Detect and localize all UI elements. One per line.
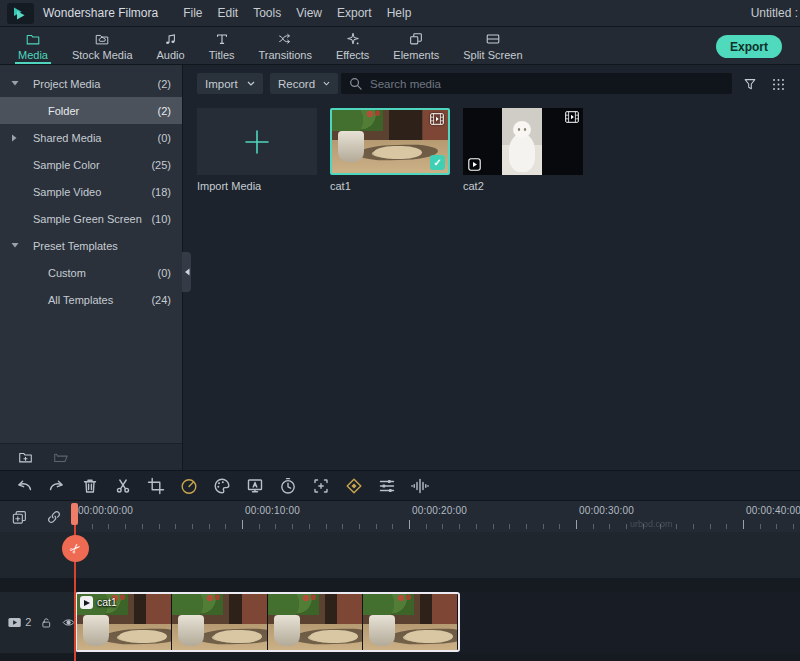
ruler-timecode: 00:00:00:00 <box>78 505 133 516</box>
keyframe-button[interactable] <box>343 475 365 497</box>
sidebar-item-preset-templates[interactable]: Preset Templates <box>0 232 182 259</box>
delete-folder-button[interactable] <box>51 448 69 466</box>
crop-button[interactable] <box>145 475 167 497</box>
denoise-button[interactable] <box>409 475 431 497</box>
timeline-header: 00:00:00:0000:00:10:0000:00:20:0000:00:3… <box>0 501 800 532</box>
tab-titles[interactable]: Titles <box>197 27 247 64</box>
menu-edit[interactable]: Edit <box>218 6 239 20</box>
ruler-timecode: 00:00:30:00 <box>579 505 634 516</box>
folder-add-icon <box>17 449 34 465</box>
sidebar-item-sample-video[interactable]: Sample Video (18) <box>0 178 182 205</box>
delete-button[interactable] <box>79 475 101 497</box>
audio-icon <box>163 31 179 47</box>
sidebar-item-sample-green-screen[interactable]: Sample Green Screen (10) <box>0 205 182 232</box>
lock-open-icon[interactable] <box>41 616 52 629</box>
chroma-button[interactable] <box>244 475 266 497</box>
selected-check-icon: ✓ <box>430 155 445 170</box>
new-folder-button[interactable] <box>16 448 34 466</box>
split-icon <box>113 476 133 496</box>
timeline-clip-cat1[interactable] <box>75 592 460 652</box>
link-icon <box>46 509 62 525</box>
clip-frame <box>172 594 267 650</box>
duplicate-plus-button[interactable] <box>10 508 28 526</box>
chevron-down-icon <box>323 81 330 86</box>
ruler-timecode: 00:00:20:00 <box>412 505 467 516</box>
sidebar-item-shared-media[interactable]: Shared Media (0) <box>0 124 182 151</box>
clip-frame <box>363 594 458 650</box>
triangle-right-icon[interactable] <box>11 134 17 142</box>
tab-audio[interactable]: Audio <box>145 27 197 64</box>
undo-icon <box>14 476 34 496</box>
menu-view[interactable]: View <box>296 6 322 20</box>
speed-button[interactable] <box>178 475 200 497</box>
playhead-handle[interactable]: ✂ <box>62 535 89 562</box>
menubar: FileEditToolsViewExportHelp <box>183 6 411 20</box>
speed-icon <box>179 476 199 496</box>
grid-view-button[interactable] <box>769 75 787 93</box>
plus-icon <box>243 128 271 156</box>
sidebar-item-folder[interactable]: Folder (2) <box>0 97 182 124</box>
export-button[interactable]: Export <box>716 35 782 58</box>
undo-button[interactable] <box>13 475 35 497</box>
sidebar-item-custom[interactable]: Custom (0) <box>0 259 182 286</box>
duration-button[interactable] <box>277 475 299 497</box>
media-item-cat2[interactable] <box>463 108 583 175</box>
sidebar-item-all-templates[interactable]: All Templates (24) <box>0 286 182 313</box>
tab-effects[interactable]: Effects <box>324 27 381 64</box>
chevron-down-icon <box>247 81 255 86</box>
duration-icon <box>278 476 298 496</box>
redo-icon <box>47 476 67 496</box>
menu-tools[interactable]: Tools <box>253 6 281 20</box>
video-track-icon <box>8 617 21 628</box>
sidebar-footer <box>0 443 182 470</box>
triangle-down-icon[interactable] <box>11 242 19 248</box>
playhead-flag[interactable] <box>71 503 78 525</box>
filmora-window: Wondershare Filmora FileEditToolsViewExp… <box>0 0 800 661</box>
scissors-icon: ✂ <box>66 539 84 557</box>
menu-help[interactable]: Help <box>387 6 412 20</box>
color-button[interactable] <box>211 475 233 497</box>
split-button[interactable] <box>112 475 134 497</box>
sidebar-item-sample-color[interactable]: Sample Color (25) <box>0 151 182 178</box>
tab-media[interactable]: Media <box>6 27 60 64</box>
stock-icon <box>94 31 110 47</box>
document-title: Untitled : <box>751 6 798 20</box>
tab-elements[interactable]: Elements <box>381 27 451 64</box>
folder-open-icon <box>52 449 69 465</box>
transitions-icon <box>277 31 293 47</box>
elements-icon <box>408 31 424 47</box>
duplicate-plus-icon <box>11 509 28 526</box>
media-sidebar: Project Media (2) Folder (2) Shared Medi… <box>0 65 182 443</box>
adjust-icon <box>377 476 397 496</box>
filter-button[interactable] <box>741 75 759 93</box>
effects-icon <box>345 31 361 47</box>
empty-track-lane[interactable] <box>0 532 800 578</box>
menu-file[interactable]: File <box>183 6 202 20</box>
search-input[interactable] <box>368 77 724 91</box>
redo-button[interactable] <box>46 475 68 497</box>
link-button[interactable] <box>45 508 63 526</box>
ruler-timecode: 00:00:40:00 <box>746 505 800 516</box>
media-item-cat1[interactable]: ✓ <box>330 108 450 175</box>
main-area: Project Media (2) Folder (2) Shared Medi… <box>0 65 800 470</box>
import-dropdown[interactable]: Import <box>197 73 263 94</box>
tab-split-screen[interactable]: Split Screen <box>451 27 534 64</box>
clip-label: cat1 <box>97 596 117 608</box>
sidebar-collapse-handle[interactable] <box>182 252 191 292</box>
sidebar-item-project-media[interactable]: Project Media (2) <box>0 70 182 97</box>
import-media-tile[interactable] <box>197 108 317 175</box>
chroma-icon <box>245 476 265 496</box>
delete-icon <box>80 476 100 496</box>
media-item-cat2-label: cat2 <box>463 180 484 192</box>
adjust-button[interactable] <box>376 475 398 497</box>
media-play-badge-icon <box>468 158 481 171</box>
tab-stock-media[interactable]: Stock Media <box>60 27 145 64</box>
timeline-ruler[interactable]: 00:00:00:0000:00:10:0000:00:20:0000:00:3… <box>75 501 800 532</box>
menu-export[interactable]: Export <box>337 6 372 20</box>
record-dropdown[interactable]: Record <box>270 73 338 94</box>
motion-track-button[interactable] <box>310 475 332 497</box>
video-file-icon <box>430 113 444 125</box>
triangle-down-icon[interactable] <box>11 80 19 86</box>
titlebar: Wondershare Filmora FileEditToolsViewExp… <box>0 0 800 27</box>
tab-transitions[interactable]: Transitions <box>247 27 324 64</box>
